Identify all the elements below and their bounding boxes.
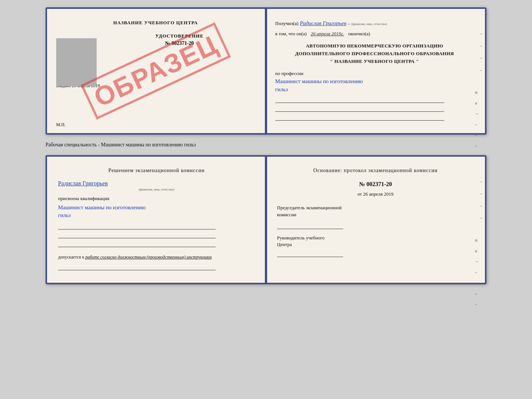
org-line1: АВТОНОМНУЮ НЕКОММЕРЧЕСКУЮ ОРГАНИЗАЦИЮ xyxy=(275,42,474,50)
right-margin-dashes-bottom: – – – – xyxy=(480,179,482,221)
osnovanie-text: Основание: протокол экзаменационной коми… xyxy=(277,168,474,174)
dopuskaetsya-prefix: допускается к xyxy=(58,254,85,260)
org-quote-close: " xyxy=(416,58,419,64)
org-name: НАЗВАНИЕ УЧЕБНОГО ЦЕНТРА xyxy=(334,58,415,64)
rukovoditel-line2: Центра xyxy=(277,242,292,247)
vtom-line: в том, что он(а) 26 апреля 2019г. окончи… xyxy=(275,31,474,37)
ot-date: от 26 апреля 2019 xyxy=(277,191,474,197)
underline-2 xyxy=(275,104,444,112)
bottom-qual-book: Решением экзаменационной комиссии Радисл… xyxy=(46,155,486,284)
qual-right-page: Основание: протокол экзаменационной коми… xyxy=(266,157,485,283)
dopuskaetsya-block: допускается к работе согласно должностны… xyxy=(58,254,255,260)
right-margin-dashes-top: – – – – xyxy=(480,31,482,73)
poluchil-label: Получил(а) xyxy=(275,21,298,26)
qual-profession: Машинист машины по изготовлению xyxy=(58,204,255,211)
prisvoyena-text: присвоена квалификация xyxy=(58,196,255,202)
qual-person-name: Радислав Григорьев xyxy=(58,180,255,187)
rukovoditel-label: Руководитель учебного Центра xyxy=(277,235,474,248)
top-diploma-book: НАЗВАНИЕ УЧЕБНОГО ЦЕНТРА УДОСТОВЕРЕНИЕ №… xyxy=(46,7,486,135)
protocol-number: № 002371-20 xyxy=(277,181,474,188)
qual-underline-1 xyxy=(58,222,216,229)
fio-sublabel-top: (фамилия, имя, отчество) xyxy=(351,22,387,26)
underline-3 xyxy=(275,113,444,121)
top-right-page: Получил(а) Радислав Григорьев – (фамилия… xyxy=(264,9,485,133)
org-block: АВТОНОМНУЮ НЕКОММЕРЧЕСКУЮ ОРГАНИЗАЦИЮ ДО… xyxy=(275,42,474,65)
predsedatel-line2: комиссии xyxy=(277,212,296,217)
specialty-label: Рабочая специальность - Машинист машины … xyxy=(46,142,196,148)
udostoverenie-label: УДОСТОВЕРЕНИЕ xyxy=(104,33,255,39)
underline-1 xyxy=(275,96,444,103)
org-name-line: " НАЗВАНИЕ УЧЕБНОГО ЦЕНТРА " xyxy=(275,58,474,65)
top-left-page: НАЗВАНИЕ УЧЕБНОГО ЦЕНТРА УДОСТОВЕРЕНИЕ №… xyxy=(47,9,264,133)
right-margin-chars-bottom: и а ← – – – – xyxy=(475,238,479,307)
ot-date-value: 26 апреля 2019 xyxy=(363,191,393,197)
qual-underline-4 xyxy=(58,263,216,270)
vtom-date: 26 апреля 2019г. xyxy=(311,31,344,36)
predsedatel-label: Председатель экзаменационной комиссии xyxy=(277,204,474,218)
rukovoditel-line1: Руководитель учебного xyxy=(277,235,324,241)
top-cert-title: НАЗВАНИЕ УЧЕБНОГО ЦЕНТРА xyxy=(56,20,255,26)
org-quote-open: " xyxy=(330,58,333,64)
qual-underline-2 xyxy=(58,231,216,238)
qual-left-page: Решением экзаменационной комиссии Радисл… xyxy=(47,157,266,283)
predsedatel-line1: Председатель экзаменационной xyxy=(277,205,342,210)
vtom-prefix: в том, что он(а) xyxy=(275,31,307,36)
predsedatel-sign-line xyxy=(277,222,343,229)
recipient-name: Радислав Григорьев xyxy=(300,20,346,26)
mp-label: М.П. xyxy=(56,122,65,128)
ot-label: от xyxy=(357,191,362,197)
okonchil-label: окончил(а) xyxy=(348,31,370,36)
rukovoditel-sign-line xyxy=(277,250,343,257)
dopusk-text: работе согласно должностным (производств… xyxy=(85,254,212,260)
dash-separator: – xyxy=(348,21,351,26)
resheniyem-text: Решением экзаменационной комиссии xyxy=(58,168,255,174)
po-professii-label: по профессии xyxy=(275,71,474,76)
qual-person-block: Радислав Григорьев (фамилия, имя, отчест… xyxy=(58,180,255,191)
document-container: НАЗВАНИЕ УЧЕБНОГО ЦЕНТРА УДОСТОВЕРЕНИЕ №… xyxy=(46,7,486,284)
photo-placeholder xyxy=(56,38,97,86)
qual-profession2: гильз xyxy=(58,211,255,219)
org-line2: ДОПОЛНИТЕЛЬНОГО ПРОФЕССИОНАЛЬНОГО ОБРАЗО… xyxy=(275,50,474,58)
profession-name-top: Машинист машины по изготовлению xyxy=(275,78,474,85)
qual-underline-3 xyxy=(58,240,216,247)
received-block: Получил(а) Радислав Григорьев – (фамилия… xyxy=(275,20,474,26)
qual-fio-label: (фамилия, имя, отчество) xyxy=(58,188,255,191)
cert-number: № 002371-20 xyxy=(104,40,255,46)
profession-name-top2: гильз xyxy=(275,86,474,93)
